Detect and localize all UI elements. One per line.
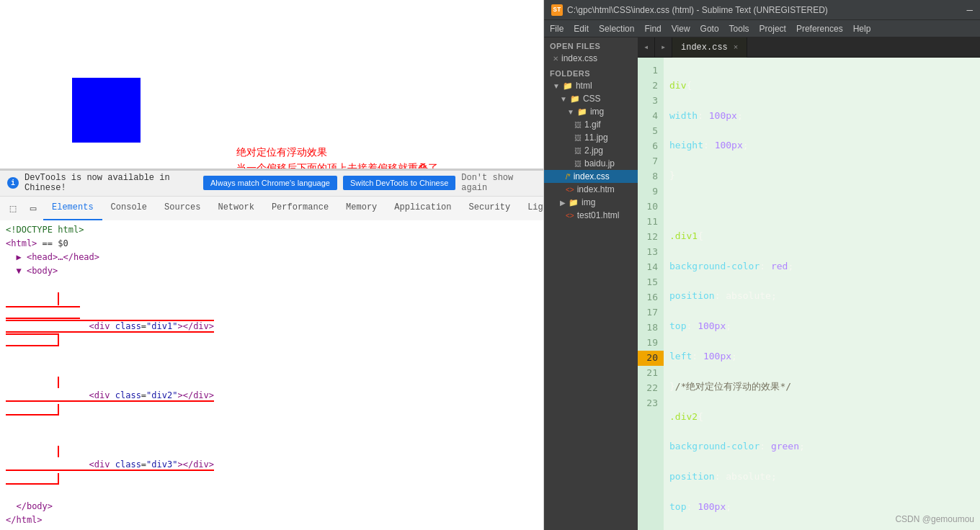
tab-sources[interactable]: Sources (156, 196, 209, 220)
dom-line-body: ▼ <body> (6, 264, 538, 278)
code-line-9: top: 100px; (669, 319, 980, 334)
annotation-text: 绝对定位有浮动效果 当一个偏移后下面的顶上去接着偏移就重叠了 (236, 144, 438, 169)
folder-img-css[interactable]: ▼ 📁 img (544, 105, 638, 118)
devtools-tabs: ⬚ ▭ Elements Console Sources Network Per… (0, 196, 543, 220)
ln-7: 7 (638, 154, 664, 169)
open-file-name: index.css (561, 53, 597, 63)
tab-application[interactable]: Application (386, 196, 460, 220)
code-line-12: .div2{ (669, 410, 980, 425)
device-icon[interactable]: ▭ (23, 198, 43, 218)
tab-console[interactable]: Console (102, 196, 156, 220)
ln-3: 3 (638, 94, 664, 109)
open-file-index-css[interactable]: ✕ index.css (544, 52, 638, 65)
sublime-text-editor: ST C:\gpc\html\CSS\index.css (html) - Su… (544, 0, 980, 530)
line-numbers: 1 2 3 4 5 6 7 8 9 10 11 12 13 14 (638, 58, 664, 530)
file-sidebar: OPEN FILES ✕ index.css FOLDERS ▼ 📁 html … (544, 37, 638, 530)
folder-img2[interactable]: ▶ 📁 img (544, 196, 638, 209)
code-lines: div{ width: 100px; height: 100px; } .div… (664, 58, 980, 530)
tab-memory[interactable]: Memory (337, 196, 386, 220)
dom-line-div3: <div class="div3"></div> (6, 431, 538, 500)
tab-nav-left[interactable]: ◂ (638, 37, 655, 58)
menu-preferences[interactable]: Preferences (796, 24, 843, 34)
file-baidujp[interactable]: 🖼 baidu.jp (544, 157, 638, 170)
dom-line-div1: <div class="div1"></div> (6, 279, 538, 361)
ln-11: 11 (638, 215, 664, 230)
match-language-button[interactable]: Always match Chrome's language (203, 176, 337, 190)
menu-file[interactable]: File (550, 24, 564, 34)
tab-security[interactable]: Security (460, 196, 520, 220)
tab-nav-right[interactable]: ▸ (655, 37, 672, 58)
code-area: OPEN FILES ✕ index.css FOLDERS ▼ 📁 html … (544, 37, 980, 530)
code-line-7: background-color: red; (669, 259, 980, 274)
info-icon: i (7, 177, 19, 189)
devtools-panel: i DevTools is now available in Chinese! … (0, 169, 543, 530)
folders-label: FOLDERS (544, 65, 638, 79)
main-container: 绝对定位有浮动效果 当一个偏移后下面的顶上去接着偏移就重叠了 i DevTool… (0, 0, 980, 530)
switch-chinese-button[interactable]: Switch DevTools to Chinese (343, 176, 455, 190)
code-editor: 1 2 3 4 5 6 7 8 9 10 11 12 13 14 (638, 58, 980, 530)
code-line-8: position: absolute; (669, 289, 980, 304)
file-1gif[interactable]: 🖼 1.gif (544, 118, 638, 131)
dom-tree: <!DOCTYPE html> <html> == $0 ▶ <head>…</… (0, 220, 543, 530)
code-line-3: height: 100px; (669, 138, 980, 153)
code-line-13: background-color: green; (669, 439, 980, 454)
dom-line-head: ▶ <head>…</head> (6, 251, 538, 264)
dom-line-html-close: </html> (6, 513, 538, 527)
tab-close-button[interactable]: × (734, 43, 739, 52)
ln-14: 14 (638, 260, 664, 275)
ln-21: 21 (638, 366, 664, 381)
tab-network[interactable]: Network (209, 196, 262, 220)
dom-line-div2: <div class="div2"></div> (6, 361, 538, 431)
sublime-tab-indexcss[interactable]: index.css × (672, 37, 747, 58)
file-11jpg[interactable]: 🖼 11.jpg (544, 131, 638, 144)
tab-performance[interactable]: Performance (263, 196, 337, 220)
menu-selection[interactable]: Selection (599, 24, 634, 34)
ln-6: 6 (638, 139, 664, 154)
ln-9: 9 (638, 184, 664, 199)
ln-8: 8 (638, 169, 664, 184)
ln-10: 10 (638, 199, 664, 215)
dont-show-link[interactable]: Don't show again (461, 173, 536, 193)
ln-4: 4 (638, 109, 664, 124)
menu-tools[interactable]: Tools (729, 24, 749, 34)
code-line-15: top: 100px; (669, 500, 980, 515)
page-content: 绝对定位有浮动效果 当一个偏移后下面的顶上去接着偏移就重叠了 (0, 0, 543, 169)
menu-help[interactable]: Help (853, 24, 871, 34)
ln-19: 19 (638, 336, 664, 351)
sublime-icon: ST (551, 4, 563, 16)
ln-15: 15 (638, 275, 664, 290)
dom-line-body-close: </body> (6, 500, 538, 513)
code-line-11: }/*绝对定位有浮动的效果*/ (669, 379, 980, 395)
ln-18: 18 (638, 320, 664, 336)
tab-elements[interactable]: Elements (43, 196, 102, 220)
notification-message: DevTools is now available in Chinese! (24, 173, 197, 193)
code-line-6: .div1{ (669, 229, 980, 244)
folder-css[interactable]: ▼ 📁 CSS (544, 92, 638, 105)
file-indexcss[interactable]: /* index.css (544, 170, 638, 183)
ln-20: 20 (638, 351, 664, 366)
menu-find[interactable]: Find (644, 24, 661, 34)
blue-box (72, 78, 141, 143)
folder-html[interactable]: ▼ 📁 html (544, 79, 638, 92)
file-indexhtml[interactable]: <> index.htm (544, 183, 638, 196)
menu-edit[interactable]: Edit (574, 24, 589, 34)
inspect-icon[interactable]: ⬚ (3, 198, 23, 218)
ln-17: 17 (638, 305, 664, 320)
tab-filename: index.css (681, 42, 728, 53)
title-left: ST C:\gpc\html\CSS\index.css (html) - Su… (551, 4, 828, 16)
code-line-14: position: absolute; (669, 470, 980, 485)
menu-goto[interactable]: Goto (700, 24, 719, 34)
titlebar-text: C:\gpc\html\CSS\index.css (html) - Subli… (567, 5, 828, 15)
dom-line-doctype: <!DOCTYPE html> (6, 223, 538, 237)
code-line-2: width: 100px; (669, 109, 980, 124)
dom-line-html: <html> == $0 (6, 237, 538, 251)
menu-view[interactable]: View (672, 24, 690, 34)
minimize-button[interactable]: — (967, 4, 973, 16)
ln-13: 13 (638, 245, 664, 260)
devtools-notification: i DevTools is now available in Chinese! … (0, 170, 543, 196)
ln-1: 1 (638, 63, 664, 78)
file-2jpg[interactable]: 🖼 2.jpg (544, 144, 638, 157)
ln-22: 22 (638, 381, 664, 396)
file-test01html[interactable]: <> test01.html (544, 209, 638, 222)
menu-project[interactable]: Project (760, 24, 786, 34)
